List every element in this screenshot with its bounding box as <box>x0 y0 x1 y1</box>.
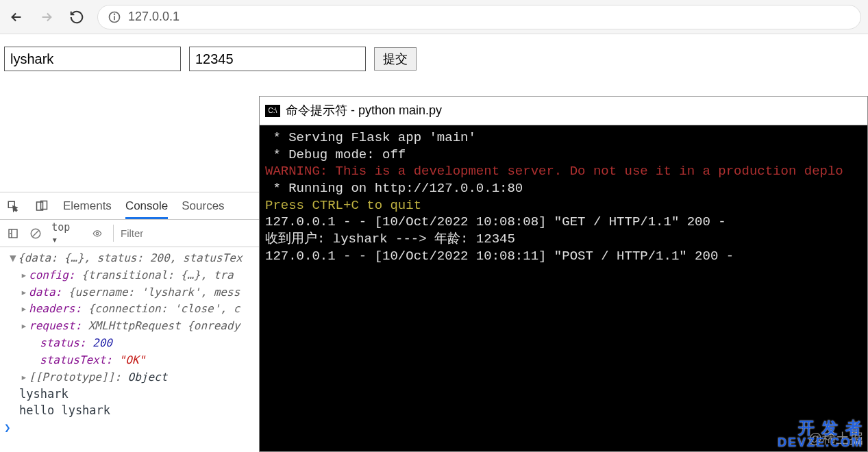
terminal-line: * Debug mode: off <box>265 147 862 164</box>
inspect-icon <box>7 200 19 212</box>
terminal-line: WARNING: This is a development server. D… <box>265 163 862 180</box>
device-icon <box>35 200 49 212</box>
svg-point-10 <box>96 232 99 235</box>
username-input[interactable] <box>4 47 181 71</box>
inspect-button[interactable] <box>5 199 21 214</box>
cmd-icon: C:\ <box>265 105 280 117</box>
info-icon <box>108 10 121 24</box>
age-input[interactable] <box>189 47 366 71</box>
expand-toggle[interactable]: ▸ <box>21 267 29 284</box>
terminal-window: C:\ 命令提示符 - python main.py * Serving Fla… <box>259 96 868 452</box>
terminal-line: 收到用户: lyshark ---> 年龄: 12345 <box>265 231 862 248</box>
object-summary: {data: {…}, status: 200, statusTex <box>18 251 243 264</box>
devtools-panel: Elements Console Sources top ▾ ▼{data: {… <box>0 192 259 452</box>
console-log-line: lyshark <box>0 386 259 402</box>
submit-button[interactable]: 提交 <box>374 47 417 71</box>
console-filterbar: top ▾ <box>0 220 259 247</box>
expand-toggle[interactable]: ▸ <box>21 284 29 301</box>
console-filter-input[interactable] <box>113 225 253 242</box>
clear-console-button[interactable] <box>29 226 44 241</box>
expand-toggle[interactable]: ▸ <box>21 301 29 318</box>
arrow-left-icon <box>9 10 24 25</box>
terminal-title: 命令提示符 - python main.py <box>286 103 442 118</box>
page-content: 提交 <box>0 34 868 84</box>
tab-console[interactable]: Console <box>125 199 168 219</box>
tab-sources[interactable]: Sources <box>182 199 224 213</box>
sidebar-icon <box>8 228 18 239</box>
expand-toggle[interactable]: ▸ <box>21 369 29 386</box>
console-prompt[interactable]: ❯ <box>0 418 259 437</box>
svg-line-9 <box>33 230 39 236</box>
clear-icon <box>29 227 42 240</box>
console-sidebar-toggle[interactable] <box>5 226 21 241</box>
url-text: 127.0.0.1 <box>128 10 179 24</box>
expand-toggle[interactable]: ▼ <box>10 250 18 267</box>
nav-back-button[interactable] <box>7 8 26 27</box>
terminal-titlebar[interactable]: C:\ 命令提示符 - python main.py <box>260 97 867 125</box>
devze-logo: 开 发 者DEVZE.COM <box>778 420 863 449</box>
eye-icon <box>90 229 104 238</box>
terminal-line: * Serving Flask app 'main' <box>265 129 862 147</box>
url-bar[interactable]: 127.0.0.1 <box>97 5 861 29</box>
browser-toolbar: 127.0.0.1 <box>0 0 868 34</box>
console-log-line: hello lyshark <box>0 402 259 418</box>
terminal-line: 127.0.0.1 - - [10/Oct/2022 10:08:08] "GE… <box>265 214 862 231</box>
expand-toggle[interactable]: ▸ <box>21 318 29 335</box>
exec-context-select[interactable]: top ▾ <box>51 221 82 246</box>
device-toggle-button[interactable] <box>34 199 49 214</box>
terminal-line: Press CTRL+C to quit <box>265 197 862 214</box>
nav-forward-button[interactable] <box>37 8 56 27</box>
console-output[interactable]: ▼{data: {…}, status: 200, statusTex ▸con… <box>0 247 259 386</box>
reload-icon <box>69 10 84 25</box>
terminal-line: * Running on http://127.0.0.1:80 <box>265 180 862 197</box>
terminal-body[interactable]: * Serving Flask app 'main' * Debug mode:… <box>260 125 867 269</box>
terminal-line: 127.0.0.1 - - [10/Oct/2022 10:08:11] "PO… <box>265 248 862 265</box>
svg-point-2 <box>114 14 115 14</box>
nav-reload-button[interactable] <box>67 8 86 27</box>
tab-elements[interactable]: Elements <box>63 199 112 213</box>
arrow-right-icon <box>39 10 54 25</box>
live-expression-button[interactable] <box>90 226 105 241</box>
devtools-tabbar: Elements Console Sources <box>0 192 259 220</box>
